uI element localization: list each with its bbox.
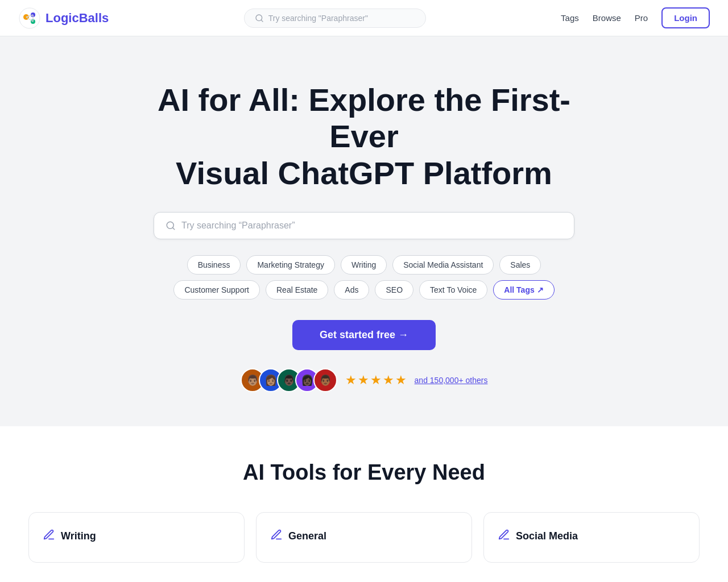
login-button[interactable]: Login bbox=[661, 7, 710, 28]
tag-text-to-voice[interactable]: Text To Voice bbox=[419, 280, 487, 300]
get-started-button[interactable]: Get started free → bbox=[292, 320, 436, 350]
tag-real-estate[interactable]: Real Estate bbox=[266, 280, 328, 300]
star-0: ★ bbox=[345, 373, 357, 388]
tool-card-writing[interactable]: Writing bbox=[28, 512, 245, 563]
tag-customer-support[interactable]: Customer Support bbox=[173, 280, 260, 300]
avatar-4: 👨🏾 bbox=[313, 368, 337, 392]
navbar-right: Tags Browse Pro Login bbox=[561, 7, 710, 28]
tag-marketing-strategy[interactable]: Marketing Strategy bbox=[246, 255, 335, 275]
tool-card-header: Social Media bbox=[498, 529, 685, 544]
tool-card-header: Writing bbox=[43, 529, 230, 544]
tool-card-title: General bbox=[288, 530, 326, 542]
avatars: 👨🏽👩🏽👨🏿👩🏿👨🏾 bbox=[241, 368, 337, 392]
navbar: LogicBalls Tags Browse Pro Login bbox=[0, 0, 728, 36]
tool-card-icon bbox=[498, 529, 510, 544]
tag-sales[interactable]: Sales bbox=[499, 255, 541, 275]
navbar-search-input[interactable] bbox=[268, 14, 415, 23]
tool-card-general[interactable]: General bbox=[256, 512, 472, 563]
hero-search-icon bbox=[166, 221, 176, 231]
svg-line-10 bbox=[172, 228, 174, 230]
hero-search-bar[interactable] bbox=[154, 212, 574, 239]
nav-pro-link[interactable]: Pro bbox=[635, 13, 648, 23]
logo-icon bbox=[18, 7, 41, 30]
tag-all-tags[interactable]: All Tags ↗ bbox=[493, 280, 554, 300]
star-1: ★ bbox=[358, 373, 369, 388]
tool-card-title: Social Media bbox=[516, 530, 578, 542]
star-2: ★ bbox=[370, 373, 382, 388]
search-icon bbox=[255, 14, 264, 23]
svg-point-0 bbox=[19, 8, 40, 28]
tool-card-social-media[interactable]: Social Media bbox=[483, 512, 700, 563]
hero-search-input[interactable] bbox=[181, 221, 562, 231]
star-rating: ★★★★★ bbox=[345, 373, 407, 388]
tag-business[interactable]: Business bbox=[187, 255, 241, 275]
ai-tools-section: AI Tools for Every Need Writing General bbox=[0, 426, 728, 582]
tags-row: BusinessMarketing StrategyWritingSocial … bbox=[148, 255, 580, 300]
tool-cards-row: Writing General Social Media bbox=[28, 512, 700, 563]
tool-card-title: Writing bbox=[61, 530, 96, 542]
star-3: ★ bbox=[383, 373, 394, 388]
logo-text: LogicBalls bbox=[46, 11, 109, 26]
ai-tools-title: AI Tools for Every Need bbox=[243, 460, 485, 485]
tool-card-icon bbox=[270, 529, 283, 544]
nav-tags-link[interactable]: Tags bbox=[561, 13, 579, 23]
social-proof: 👨🏽👩🏽👨🏿👩🏿👨🏾 ★★★★★ and 150,000+ others bbox=[241, 368, 488, 392]
tool-card-icon bbox=[43, 529, 55, 544]
svg-line-8 bbox=[261, 20, 263, 22]
logo-link[interactable]: LogicBalls bbox=[18, 7, 109, 30]
navbar-search-bar[interactable] bbox=[244, 9, 426, 28]
star-4: ★ bbox=[395, 373, 407, 388]
tool-card-header: General bbox=[270, 529, 458, 544]
hero-title: AI for All: Explore the First-Ever Visua… bbox=[148, 82, 580, 192]
others-link[interactable]: and 150,000+ others bbox=[415, 376, 488, 385]
tag-ads[interactable]: Ads bbox=[334, 280, 369, 300]
tag-seo[interactable]: SEO bbox=[375, 280, 413, 300]
hero-section: AI for All: Explore the First-Ever Visua… bbox=[0, 36, 728, 426]
tag-writing[interactable]: Writing bbox=[341, 255, 387, 275]
tag-social-media-assistant[interactable]: Social Media Assistant bbox=[392, 255, 494, 275]
nav-browse-link[interactable]: Browse bbox=[593, 13, 621, 23]
